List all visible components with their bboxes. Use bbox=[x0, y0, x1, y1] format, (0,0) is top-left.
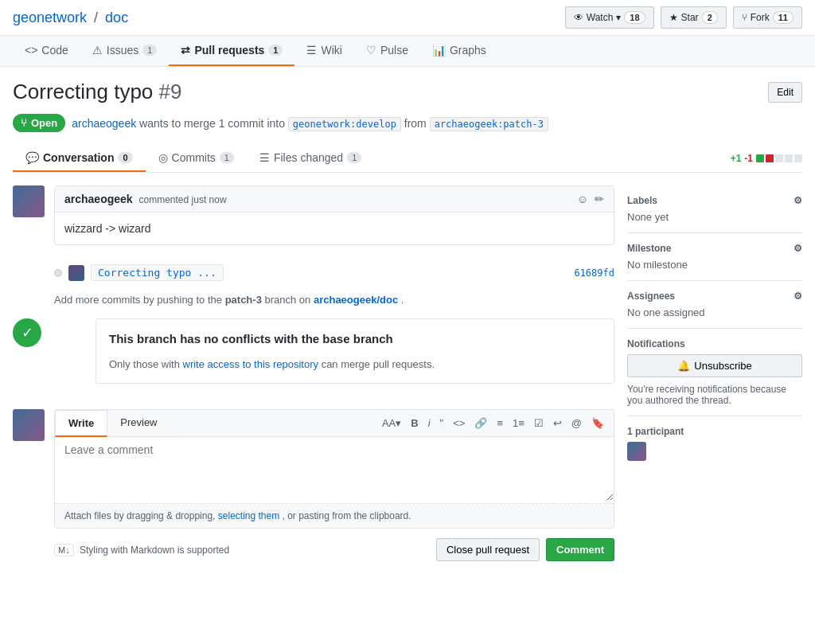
edit-button[interactable]: Edit bbox=[768, 82, 802, 103]
pr-meta-text: archaeogeek wants to merge 1 commit into… bbox=[72, 117, 548, 130]
gear-icon[interactable]: ⚙ bbox=[794, 195, 802, 206]
participant-avatar bbox=[627, 442, 646, 461]
notification-text: You're receiving notifications because y… bbox=[627, 384, 802, 406]
labels-heading: Labels ⚙ bbox=[627, 195, 802, 206]
comment-section: archaeogeek commented just now ☺ ✏ bbox=[13, 185, 614, 258]
repo-owner-link[interactable]: geonetwork bbox=[13, 10, 87, 25]
pr-author-link[interactable]: archaeogeek bbox=[72, 117, 136, 130]
mention-button[interactable]: @ bbox=[568, 416, 585, 431]
star-button[interactable]: ★ Star 2 bbox=[661, 6, 727, 29]
issues-icon: ⚠ bbox=[92, 44, 103, 57]
reply-button[interactable]: ↩ bbox=[550, 416, 565, 431]
pr-header: Correcting typo #9 Edit bbox=[13, 80, 802, 104]
comment-box: archaeogeek commented just now ☺ ✏ bbox=[54, 185, 614, 245]
chevron-down-icon: ▾ bbox=[616, 12, 621, 23]
files-icon: ☰ bbox=[259, 151, 270, 164]
nav-pull-requests[interactable]: ⇄ Pull requests 1 bbox=[169, 36, 294, 66]
merge-section: ✓ This branch has no conflicts with the … bbox=[13, 318, 614, 396]
markdown-link[interactable]: Markdown bbox=[131, 544, 174, 556]
repo-name-link[interactable]: doc bbox=[105, 10, 128, 25]
comment-header: archaeogeek commented just now ☺ ✏ bbox=[55, 186, 614, 213]
write-section: Write Preview AA▾ B i " <> 🔗 ≡ 1≡ bbox=[13, 409, 614, 561]
files-count: 1 bbox=[347, 152, 361, 163]
nav-pulse-label: Pulse bbox=[380, 44, 408, 57]
write-tab[interactable]: Write bbox=[55, 410, 107, 437]
commits-count: 1 bbox=[220, 152, 234, 163]
select-files-link[interactable]: selecting them bbox=[218, 510, 279, 521]
diff-additions: +1 bbox=[731, 153, 742, 164]
comment-header-left: archaeogeek commented just now bbox=[64, 193, 227, 205]
link-button[interactable]: 🔗 bbox=[471, 416, 490, 431]
comment-actions: ☺ ✏ bbox=[577, 193, 604, 205]
nav-wiki[interactable]: ☰ Wiki bbox=[294, 36, 353, 66]
tab-commits[interactable]: ◎ Commits 1 bbox=[146, 145, 247, 172]
conversation-count: 0 bbox=[118, 152, 132, 163]
merge-box: This branch has no conflicts with the ba… bbox=[96, 318, 614, 384]
pr-number: #9 bbox=[159, 80, 182, 103]
text-size-button[interactable]: AA▾ bbox=[379, 416, 404, 431]
nav-issues-label: Issues bbox=[107, 44, 138, 57]
diff-bar-gray1 bbox=[775, 154, 783, 162]
fork-button[interactable]: ⑂ Fork 11 bbox=[733, 6, 802, 29]
milestone-gear-icon[interactable]: ⚙ bbox=[794, 243, 802, 254]
preview-tab[interactable]: Preview bbox=[107, 410, 170, 436]
close-pr-button[interactable]: Close pull request bbox=[436, 538, 540, 561]
emoji-icon[interactable]: ☺ bbox=[577, 193, 588, 205]
repo-link[interactable]: archaeogeek/doc bbox=[314, 294, 398, 306]
commit-avatar bbox=[68, 265, 84, 281]
fork-icon: ⑂ bbox=[742, 12, 747, 23]
author-avatar bbox=[13, 185, 45, 217]
edit-comment-icon[interactable]: ✏ bbox=[595, 193, 604, 205]
comment-button[interactable]: Comment bbox=[546, 538, 614, 561]
issues-count: 1 bbox=[142, 45, 157, 56]
sidebar-labels: Labels ⚙ None yet bbox=[627, 185, 802, 233]
diff-bar-green bbox=[756, 154, 764, 162]
pr-title: Correcting typo #9 bbox=[13, 80, 181, 104]
merge-icon: ⑂ bbox=[21, 117, 27, 129]
assignees-heading: Assignees ⚙ bbox=[627, 291, 802, 302]
sidebar-assignees: Assignees ⚙ No one assigned bbox=[627, 281, 802, 329]
comment-input[interactable] bbox=[55, 437, 614, 501]
watch-button[interactable]: 👁 Watch ▾ 18 bbox=[565, 6, 654, 29]
unsubscribe-label: Unsubscribe bbox=[694, 360, 751, 372]
ordered-list-button[interactable]: 1≡ bbox=[509, 416, 528, 431]
unsubscribe-button[interactable]: 🔔 Unsubscribe bbox=[627, 354, 802, 377]
merge-subtitle: Only those with write access to this rep… bbox=[109, 358, 435, 370]
commit-ref-row: Correcting typo ... 61689fd bbox=[54, 258, 614, 287]
repo-path: geonetwork / doc bbox=[13, 10, 128, 26]
assignees-gear-icon[interactable]: ⚙ bbox=[794, 291, 802, 302]
write-footer: Attach files by dragging & dropping, sel… bbox=[55, 503, 614, 528]
tab-files-changed[interactable]: ☰ Files changed 1 bbox=[247, 145, 374, 172]
quote-button[interactable]: " bbox=[437, 416, 447, 431]
commits-icon: ◎ bbox=[158, 151, 168, 164]
write-area: Write Preview AA▾ B i " <> 🔗 ≡ 1≡ bbox=[54, 409, 614, 529]
repo-nav: <> Code ⚠ Issues 1 ⇄ Pull requests 1 ☰ W… bbox=[0, 36, 815, 67]
nav-issues[interactable]: ⚠ Issues 1 bbox=[80, 36, 170, 66]
write-toolbar: AA▾ B i " <> 🔗 ≡ 1≡ ☑ ↩ @ bbox=[372, 410, 614, 436]
bookmark-button[interactable]: 🔖 bbox=[588, 416, 607, 431]
head-branch: archaeogeek:patch-3 bbox=[430, 117, 548, 131]
bold-button[interactable]: B bbox=[408, 416, 421, 431]
write-access-link[interactable]: write access to this repository bbox=[183, 358, 319, 370]
milestone-heading: Milestone ⚙ bbox=[627, 243, 802, 254]
labels-value: None yet bbox=[627, 211, 802, 223]
path-separator: / bbox=[94, 10, 98, 25]
unordered-list-button[interactable]: ≡ bbox=[493, 416, 506, 431]
comment-body: wizzard -> wizard bbox=[55, 213, 614, 244]
code-button[interactable]: <> bbox=[450, 416, 468, 431]
nav-pulse[interactable]: ♡ Pulse bbox=[354, 36, 420, 66]
nav-graphs[interactable]: 📊 Graphs bbox=[420, 36, 498, 66]
task-list-button[interactable]: ☑ bbox=[531, 416, 547, 431]
write-container: Write Preview AA▾ B i " <> 🔗 ≡ 1≡ bbox=[54, 409, 614, 561]
merge-status-icon: ✓ bbox=[13, 318, 41, 347]
diff-bar-gray3 bbox=[794, 154, 802, 162]
nav-code[interactable]: <> Code bbox=[13, 36, 80, 66]
italic-button[interactable]: i bbox=[425, 416, 434, 431]
commenter-avatar bbox=[13, 409, 45, 441]
commit-sha-link[interactable]: 61689fd bbox=[574, 267, 614, 279]
fork-label: Fork bbox=[751, 12, 770, 23]
pr-meta: ⑂ Open archaeogeek wants to merge 1 comm… bbox=[13, 114, 802, 132]
tab-conversation[interactable]: 💬 Conversation 0 bbox=[13, 145, 146, 172]
comment-author: archaeogeek bbox=[64, 193, 133, 205]
open-badge: ⑂ Open bbox=[13, 114, 65, 132]
